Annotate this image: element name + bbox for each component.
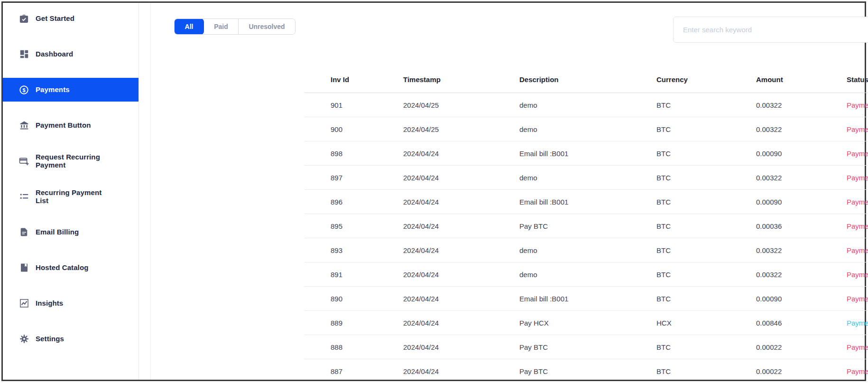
table-row[interactable]: 888 2024/04/24 Pay BTC BTC 0.00022 Payme…: [305, 335, 868, 359]
cell-timestamp: 2024/04/24: [403, 271, 519, 279]
briefcase-check-icon: [18, 13, 29, 24]
cell-status: Payment Failed: [847, 101, 868, 109]
sidebar-item-label: Payments: [36, 85, 70, 93]
column-header-timestamp: Timestamp: [403, 75, 519, 84]
list-icon: [18, 191, 29, 202]
cell-amount: 0.00022: [756, 343, 847, 351]
cell-amount: 0.00322: [756, 246, 847, 254]
sidebar-item-insights[interactable]: Insights: [3, 291, 139, 315]
cell-currency: BTC: [656, 174, 756, 182]
cell-inv-id: 888: [305, 343, 403, 351]
cell-timestamp: 2024/04/25: [403, 101, 519, 109]
table-row[interactable]: 900 2024/04/25 demo BTC 0.00322 Payment …: [305, 117, 868, 141]
filter-tab-group: All Paid Unresolved: [174, 19, 295, 35]
cell-status: Payment Failed: [847, 222, 868, 230]
sidebar-item-request-recurring-payment[interactable]: Request Recurring Payment: [3, 149, 139, 173]
sidebar-item-payment-button[interactable]: Payment Button: [3, 113, 139, 137]
sidebar-item-label: Get Started: [36, 14, 74, 22]
cell-inv-id: 890: [305, 295, 403, 303]
payments-table: Inv Id Timestamp Description Currency Am…: [305, 62, 868, 383]
column-header-currency: Currency: [656, 75, 756, 84]
cell-description: demo: [519, 271, 656, 279]
table-body: 901 2024/04/25 demo BTC 0.00322 Payment …: [305, 93, 868, 383]
sidebar-item-payments[interactable]: $ Payments: [3, 78, 139, 102]
cell-inv-id: 896: [305, 198, 403, 206]
cell-description: demo: [519, 174, 656, 182]
cell-timestamp: 2024/04/24: [403, 295, 519, 303]
sidebar-item-get-started[interactable]: Get Started: [3, 7, 139, 30]
cell-timestamp: 2024/04/24: [403, 198, 519, 206]
cell-currency: BTC: [656, 149, 756, 158]
table-row[interactable]: 896 2024/04/24 Email bill :B001 BTC 0.00…: [305, 190, 868, 214]
cell-inv-id: 891: [305, 271, 403, 279]
tab-unresolved[interactable]: Unresolved: [239, 19, 295, 34]
sidebar-item-email-billing[interactable]: Email Billing: [3, 220, 139, 244]
cell-description: Email bill :B001: [519, 149, 656, 158]
cell-status: Payment Failed: [847, 343, 868, 351]
table-row[interactable]: 893 2024/04/24 demo BTC 0.00322 Payment …: [305, 238, 868, 262]
cell-inv-id: 901: [305, 101, 403, 109]
search-input[interactable]: [673, 17, 868, 43]
cell-amount: 0.00322: [756, 125, 847, 133]
bank-icon: [18, 120, 29, 131]
cell-inv-id: 893: [305, 246, 403, 254]
cell-description: Email bill :B001: [519, 295, 656, 303]
cell-timestamp: 2024/04/24: [403, 246, 519, 254]
cell-amount: 0.00322: [756, 271, 847, 279]
cell-timestamp: 2024/04/24: [403, 319, 519, 327]
sidebar-item-label: Payment Button: [36, 121, 91, 129]
table-row[interactable]: 895 2024/04/24 Pay BTC BTC 0.00036 Payme…: [305, 214, 868, 238]
column-header-inv-id: Inv Id: [305, 75, 403, 84]
cell-currency: BTC: [656, 125, 756, 133]
cell-currency: HCX: [656, 319, 756, 327]
app-window: Get Started Dashboard $ Payments: [1, 1, 866, 381]
cell-description: Email bill :B001: [519, 198, 656, 206]
cell-currency: BTC: [656, 198, 756, 206]
table-row[interactable]: 897 2024/04/24 demo BTC 0.00322 Payment …: [305, 166, 868, 190]
table-row[interactable]: 891 2024/04/24 demo BTC 0.00322 Payment …: [305, 262, 868, 287]
cell-amount: 0.00322: [756, 101, 847, 109]
tab-paid[interactable]: Paid: [204, 19, 239, 34]
cell-description: demo: [519, 125, 656, 133]
table-row[interactable]: 901 2024/04/25 demo BTC 0.00322 Payment …: [305, 93, 868, 117]
table-row[interactable]: 887 2024/04/24 Pay BTC BTC 0.00022 Payme…: [305, 359, 868, 383]
line-chart-icon: [18, 298, 29, 309]
cell-status: Payment Processing: [847, 319, 868, 327]
sidebar-item-label: Hosted Catalog: [36, 263, 88, 271]
cell-amount: 0.00090: [756, 295, 847, 303]
table-row[interactable]: 890 2024/04/24 Email bill :B001 BTC 0.00…: [305, 287, 868, 311]
column-header-amount: Amount: [756, 75, 847, 84]
tab-all[interactable]: All: [174, 19, 204, 35]
cell-currency: BTC: [656, 295, 756, 303]
cell-description: demo: [519, 246, 656, 254]
cell-currency: BTC: [656, 222, 756, 230]
column-header-description: Description: [519, 75, 656, 84]
svg-text:$: $: [22, 87, 25, 93]
cell-amount: 0.00090: [756, 149, 847, 158]
sidebar-item-hosted-catalog[interactable]: Hosted Catalog: [3, 256, 139, 280]
cell-inv-id: 900: [305, 125, 403, 133]
cell-currency: BTC: [656, 246, 756, 254]
dollar-circle-icon: $: [18, 84, 29, 95]
cell-inv-id: 897: [305, 174, 403, 182]
table-row[interactable]: 898 2024/04/24 Email bill :B001 BTC 0.00…: [305, 141, 868, 166]
cell-inv-id: 895: [305, 222, 403, 230]
cell-description: Pay BTC: [519, 343, 656, 351]
cell-description: Pay BTC: [519, 367, 656, 375]
cell-amount: 0.00846: [756, 319, 847, 327]
table-header-row: Inv Id Timestamp Description Currency Am…: [305, 62, 868, 93]
book-icon: [18, 262, 29, 273]
card-plus-icon: [18, 156, 29, 167]
sidebar-item-dashboard[interactable]: Dashboard: [3, 42, 139, 66]
sidebar-item-label: Settings: [36, 335, 64, 343]
cell-status: Payment Failed: [847, 271, 868, 279]
cell-status: Payment Failed: [847, 198, 868, 206]
sidebar-item-recurring-payment-list[interactable]: Recurring Payment List: [3, 185, 139, 208]
cell-currency: BTC: [656, 343, 756, 351]
cell-status: Payment Failed: [847, 246, 868, 254]
sidebar-item-settings[interactable]: Settings: [3, 327, 139, 351]
cell-inv-id: 889: [305, 319, 403, 327]
table-row[interactable]: 889 2024/04/24 Pay HCX HCX 0.00846 Payme…: [305, 311, 868, 335]
sidebar-item-label: Recurring Payment List: [36, 188, 115, 205]
cell-currency: BTC: [656, 101, 756, 109]
